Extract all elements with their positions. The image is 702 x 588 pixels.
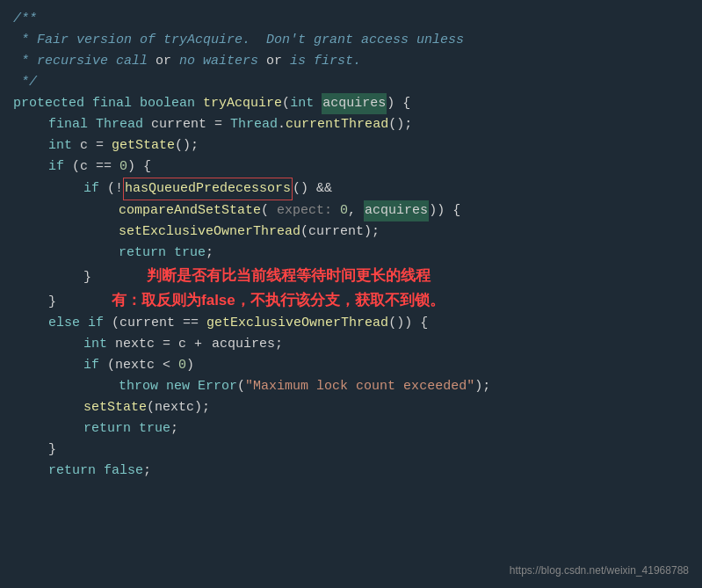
comment-open: /**: [13, 9, 37, 30]
type-thread2: Thread: [230, 114, 278, 135]
code-line-9: if (! hasQueuedPredecessors () &&: [13, 178, 689, 200]
code-container: /** * Fair version of tryAcquire. Don't …: [0, 0, 702, 588]
keyword-if3: if: [88, 313, 104, 334]
method-setstate: setState: [83, 397, 147, 418]
keyword-final: final: [92, 93, 132, 114]
keyword-throw: throw: [119, 376, 158, 397]
code-line-16: int nextc = c + acquires;: [13, 334, 689, 355]
keyword-int2: int: [48, 135, 72, 156]
keyword-if2: if: [83, 178, 99, 200]
keyword-false: false: [104, 461, 143, 482]
keyword-return: return: [119, 243, 166, 264]
keyword-if4: if: [83, 355, 99, 376]
code-line-2: * Fair version of tryAcquire. Don't gran…: [13, 30, 689, 51]
keyword-return2: return: [83, 418, 131, 439]
param-acquires2: acquires: [364, 200, 429, 221]
code-line-21: }: [13, 439, 689, 461]
method-compareandsetstate: compareAndSetState: [119, 200, 261, 221]
code-line-15: else if (current == getExclusiveOwnerThr…: [13, 313, 689, 334]
code-line-10: compareAndSetState ( expect: 0 , acquire…: [13, 200, 689, 221]
code-line-1: /**: [13, 9, 689, 30]
code-line-17: if (nextc < 0 ): [13, 355, 689, 376]
keyword-int3: int: [83, 334, 107, 355]
code-line-20: return true ;: [13, 418, 689, 439]
keyword-protected: protected: [13, 93, 84, 114]
watermark: https://blog.csdn.net/weixin_41968788: [510, 563, 689, 579]
code-line-12: return true ;: [13, 243, 689, 264]
method-getexclusiveownerthread: getExclusiveOwnerThread: [206, 313, 388, 334]
number-0: 0: [119, 156, 127, 178]
keyword-true: true: [174, 243, 206, 264]
code-line-14: } 有：取反则为false，不执行该分支，获取不到锁。: [13, 288, 689, 313]
code-line-11: setExclusiveOwnerThread (current);: [13, 221, 689, 243]
method-tryacquire: tryAcquire: [203, 93, 282, 114]
keyword-true2: true: [139, 418, 170, 439]
annotation-2: 有：取反则为false，不执行该分支，获取不到锁。: [112, 288, 445, 312]
type-error: Error: [198, 376, 237, 397]
method-setexclusiveownerthread: setExclusiveOwnerThread: [119, 221, 300, 243]
annotation-1: 判断是否有比当前线程等待时间更长的线程: [147, 264, 431, 287]
keyword-final2: final: [48, 114, 88, 135]
code-line-4: */: [13, 72, 689, 93]
code-line-5: protected final boolean tryAcquire ( int…: [13, 93, 689, 114]
number-0b: 0: [340, 200, 348, 221]
keyword-new: new: [166, 376, 190, 397]
string-maxlock: "Maximum lock count exceeded": [245, 376, 474, 397]
keyword-boolean: boolean: [140, 93, 195, 114]
code-line-8: if (c == 0 ) {: [13, 156, 689, 178]
type-thread: Thread: [96, 114, 143, 135]
number-0c: 0: [178, 355, 186, 376]
method-hasqueuedpredecessors: hasQueuedPredecessors: [123, 178, 293, 200]
keyword-if: if: [48, 156, 64, 178]
code-line-13: } 判断是否有比当前线程等待时间更长的线程: [13, 264, 689, 288]
comment-close: */: [13, 72, 37, 93]
param-acquires: acquires: [322, 93, 387, 114]
code-line-6: final Thread current = Thread . currentT…: [13, 114, 689, 135]
keyword-else: else: [48, 313, 80, 334]
comment-recursive: * recursive call or no waiters or is fir…: [13, 51, 361, 72]
code-line-22: return false ;: [13, 461, 689, 482]
code-line-19: setState (nextc);: [13, 397, 689, 418]
code-line-7: int c = getState ();: [13, 135, 689, 156]
code-line-3: * recursive call or no waiters or is fir…: [13, 51, 689, 72]
keyword-int: int: [290, 93, 314, 114]
comment-fair: * Fair version of tryAcquire. Don't gran…: [13, 30, 464, 51]
keyword-return3: return: [48, 461, 96, 482]
method-getstate: getState: [112, 135, 175, 156]
code-line-18: throw new Error ( "Maximum lock count ex…: [13, 376, 689, 397]
method-currentthread: currentThread: [286, 114, 388, 135]
